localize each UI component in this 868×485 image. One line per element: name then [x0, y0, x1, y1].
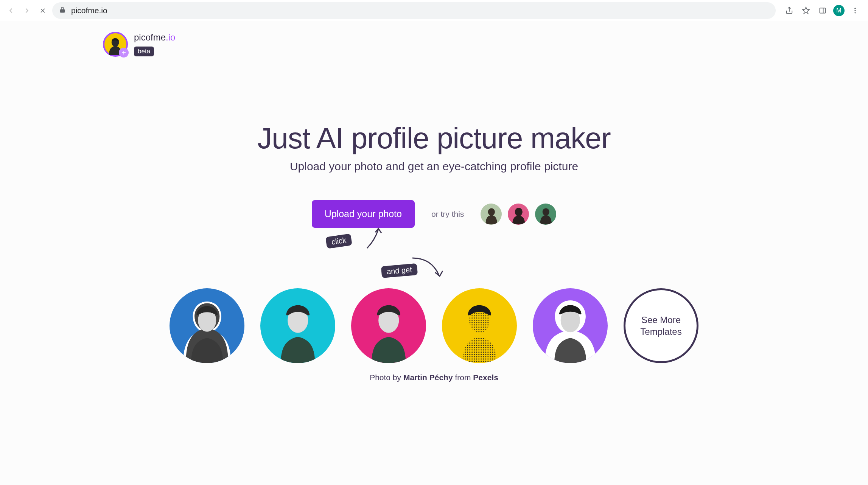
hint-click-badge: click: [325, 233, 352, 249]
sample-photo-1[interactable]: [481, 204, 502, 225]
template-4[interactable]: [442, 288, 517, 363]
url-text: picofme.io: [71, 6, 769, 15]
address-bar[interactable]: picofme.io: [52, 2, 776, 19]
credit-author-link[interactable]: Martin Péchy: [403, 373, 453, 382]
stop-button[interactable]: [36, 4, 49, 17]
photo-credit: Photo by Martin Péchy from Pexels: [0, 373, 868, 382]
browser-toolbar: picofme.io M: [0, 0, 868, 21]
chrome-actions: M: [779, 5, 863, 17]
back-button[interactable]: [5, 4, 17, 17]
page-content: + picofme.io beta Just AI profile pictur…: [0, 21, 868, 382]
templates-row: See More Templates: [0, 288, 868, 363]
cta-row: Upload your photo or try this: [0, 200, 868, 228]
bookmark-star-icon[interactable]: [800, 5, 812, 17]
template-2[interactable]: [260, 288, 335, 363]
hero-subtitle: Upload your photo and get an eye-catchin…: [0, 160, 868, 173]
sample-photo-3[interactable]: [535, 204, 556, 225]
plus-icon: +: [119, 48, 129, 58]
lock-icon: [59, 6, 66, 15]
svg-rect-0: [820, 8, 826, 13]
brand-block: picofme.io beta: [134, 32, 175, 56]
see-more-templates-button[interactable]: See More Templates: [624, 288, 698, 363]
svg-point-1: [854, 8, 856, 9]
template-1[interactable]: [170, 288, 244, 363]
credit-source-link[interactable]: Pexels: [473, 373, 498, 382]
hints-area: click and get: [0, 228, 868, 277]
side-panel-icon[interactable]: [817, 5, 829, 17]
template-5[interactable]: [533, 288, 608, 363]
chrome-profile-avatar[interactable]: M: [833, 5, 845, 16]
forward-button[interactable]: [20, 4, 33, 17]
hero-section: Just AI profile picture maker Upload you…: [0, 121, 868, 173]
hero-title: Just AI profile picture maker: [0, 121, 868, 155]
share-icon[interactable]: [783, 5, 795, 17]
svg-point-3: [854, 12, 856, 13]
sample-row: [481, 204, 556, 225]
sample-photo-2[interactable]: [508, 204, 529, 225]
menu-dots-icon[interactable]: [849, 5, 861, 17]
try-text: or try this: [431, 210, 464, 219]
upload-button[interactable]: Upload your photo: [312, 200, 415, 228]
beta-badge: beta: [134, 47, 154, 56]
brand-name: picofme.io: [134, 32, 175, 43]
arrow-up-icon: [363, 225, 386, 252]
template-3[interactable]: [351, 288, 426, 363]
site-header: + picofme.io beta: [0, 21, 868, 57]
arrow-down-icon: [409, 254, 446, 284]
site-logo[interactable]: +: [103, 32, 128, 57]
svg-point-2: [854, 10, 856, 11]
